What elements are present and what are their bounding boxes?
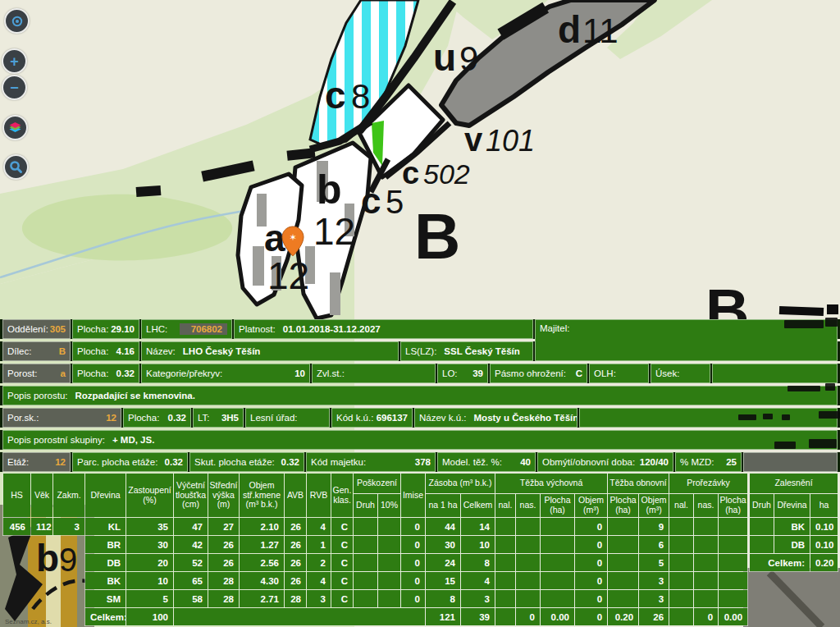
stand-cell: 28 bbox=[208, 572, 240, 590]
stand-cell: 0 bbox=[575, 608, 608, 626]
field-label: Popis porostní skupiny: bbox=[7, 435, 105, 445]
plus-icon: + bbox=[10, 54, 19, 69]
stand-cell: 0.00 bbox=[541, 608, 575, 626]
col-druh: Druh bbox=[354, 494, 378, 518]
field-kod-majetku[interactable]: Kód majetku: 378 bbox=[306, 452, 436, 472]
field-value: 4.16 bbox=[116, 346, 135, 356]
stand-cell: 0 bbox=[575, 572, 608, 590]
field-label: Porost: bbox=[7, 368, 37, 378]
stand-cell bbox=[719, 572, 748, 590]
field-label: Skut. plocha etáže: bbox=[194, 457, 275, 467]
field-lhc[interactable]: LHC: 706802 bbox=[141, 319, 232, 339]
field-platnost[interactable]: Platnost: 01.01.2018-31.12.2027 bbox=[234, 319, 533, 339]
info-row-etaz: Etáž: 12 Parc. plocha etáže: 0.32 Skut. … bbox=[0, 452, 840, 472]
map-bleed bbox=[774, 442, 796, 449]
locate-button[interactable] bbox=[4, 8, 30, 34]
field-usek[interactable]: Úsek: bbox=[651, 364, 710, 383]
layers-icon bbox=[8, 121, 22, 135]
stand-cell: 27 bbox=[208, 518, 240, 536]
stand-cell: 4 bbox=[461, 572, 495, 590]
field-skut-plocha[interactable]: Skut. plocha etáže: 0.32 bbox=[189, 452, 304, 472]
field-pasmo[interactable]: Pásmo ohrožení: C bbox=[490, 364, 587, 383]
field-value: 0.32 bbox=[165, 457, 183, 467]
stand-cell: 0 bbox=[401, 572, 426, 590]
col-plocha-ha: Plocha (ha) bbox=[608, 494, 639, 518]
field-plocha-oddeleni[interactable]: Plocha: 29.10 bbox=[72, 319, 139, 339]
field-oddeleni[interactable]: Oddělení: 305 bbox=[2, 319, 71, 339]
col-hs: HS bbox=[3, 474, 31, 518]
stand-cell bbox=[53, 536, 85, 554]
stand-cell: DB bbox=[774, 536, 810, 554]
stand-cell bbox=[694, 590, 719, 608]
field-label: Plocha: bbox=[128, 413, 159, 423]
stand-cell: 26 bbox=[208, 554, 240, 572]
stand-cell: 0.20 bbox=[810, 554, 838, 572]
field-plocha-dilec[interactable]: Plocha: 4.16 bbox=[72, 341, 139, 361]
map-bleed bbox=[809, 439, 837, 448]
field-porost[interactable]: Porost: a bbox=[2, 364, 71, 383]
stand-cell: 39 bbox=[461, 608, 495, 626]
search-button[interactable] bbox=[3, 154, 29, 180]
field-popis-skupiny[interactable]: Popis porostní skupiny: + MD, JS. bbox=[2, 430, 838, 450]
field-nazev-ku[interactable]: Název k.ú.: Mosty u Českého Těšína bbox=[414, 408, 578, 428]
field-value: 12 bbox=[55, 457, 66, 467]
col-nas: nas. bbox=[516, 494, 541, 518]
stand-cell: 10 bbox=[126, 572, 174, 590]
field-kategorie[interactable]: Kategorie/překryv: 10 bbox=[141, 364, 310, 383]
info-row-oddeleni: Oddělení: 305 Plocha: 29.10 LHC: 706802 … bbox=[0, 319, 840, 339]
field-value: 696137 bbox=[377, 413, 408, 423]
stand-cell bbox=[3, 572, 31, 590]
field-plocha-porost[interactable]: Plocha: 0.32 bbox=[72, 364, 139, 383]
field-lt[interactable]: LT: 3H5 bbox=[193, 408, 244, 428]
field-lslz[interactable]: LS(LZ): SSL Český Těšín bbox=[400, 341, 533, 361]
field-lesni-urad[interactable]: Lesní úřad: bbox=[245, 408, 330, 428]
stand-cell bbox=[3, 536, 31, 554]
field-obmyti[interactable]: Obmýtí/obnovní doba: 120/40 bbox=[537, 452, 673, 472]
field-value: 0.32 bbox=[168, 413, 186, 423]
stand-cell: 456 bbox=[3, 518, 31, 536]
col-zal-ha: ha bbox=[810, 494, 838, 518]
col-zal-druh: Druh bbox=[750, 494, 774, 518]
field-olh[interactable]: OLH: bbox=[589, 364, 649, 383]
field-mzd[interactable]: % MZD: 25 bbox=[675, 452, 742, 472]
field-label: Kód k.ú.: bbox=[336, 413, 373, 423]
field-popis-porostu[interactable]: Popis porostu: Rozpadající se kmenovina. bbox=[2, 386, 838, 405]
stand-cell bbox=[3, 554, 31, 572]
stand-cell bbox=[541, 554, 575, 572]
stand-cell bbox=[719, 518, 748, 536]
layers-button[interactable] bbox=[2, 115, 28, 140]
stand-cell: C bbox=[331, 536, 354, 554]
field-etaz[interactable]: Etáž: 12 bbox=[2, 452, 71, 472]
field-parc-plocha[interactable]: Parc. plocha etáže: 0.32 bbox=[72, 452, 188, 472]
field-porsk[interactable]: Por.sk.: 12 bbox=[2, 408, 121, 428]
map-underlay-bottom-right bbox=[743, 568, 840, 627]
field-label: LS(LZ): bbox=[405, 346, 436, 356]
field-dilec[interactable]: Dílec: B bbox=[2, 341, 71, 361]
stand-cell bbox=[750, 518, 774, 536]
field-lo[interactable]: LO: 39 bbox=[437, 364, 488, 383]
col-vek: Věk bbox=[31, 474, 53, 518]
field-kod-ku[interactable]: Kód k.ú.: 696137 bbox=[331, 408, 413, 428]
map-label-c5-letter: c bbox=[361, 181, 381, 221]
map-mark bbox=[827, 304, 838, 314]
stand-table-header: HS Věk Zakm. Dřevina Zastoupení (%) Výče… bbox=[3, 474, 748, 518]
field-plocha-porsk[interactable]: Plocha: 0.32 bbox=[123, 408, 191, 428]
col-stredni: Střední výška (m) bbox=[208, 474, 240, 518]
field-zvlst[interactable]: Zvl.st.: bbox=[312, 364, 436, 383]
stand-cell bbox=[694, 572, 719, 590]
zoom-in-button[interactable]: + bbox=[2, 48, 27, 74]
field-nazev[interactable]: Název: LHO Český Těšín bbox=[141, 341, 399, 361]
stand-cell bbox=[378, 554, 401, 572]
col-avb: AVB bbox=[285, 474, 307, 518]
map-label-c5-number: 5 bbox=[386, 184, 404, 220]
info-row-porsk: Por.sk.: 12 Plocha: 0.32 LT: 3H5 Lesní ú… bbox=[0, 408, 840, 428]
road-dash bbox=[136, 185, 162, 197]
stand-cell: 65 bbox=[174, 572, 208, 590]
stand-cell: 26 bbox=[285, 572, 307, 590]
zoom-out-button[interactable]: − bbox=[2, 75, 27, 100]
map-label-v101-letter: v bbox=[464, 121, 483, 158]
stand-cell bbox=[495, 590, 516, 608]
map-bleed bbox=[763, 414, 773, 419]
field-model-tez[interactable]: Model. těž. %: 40 bbox=[437, 452, 536, 472]
stand-cell bbox=[31, 590, 53, 608]
